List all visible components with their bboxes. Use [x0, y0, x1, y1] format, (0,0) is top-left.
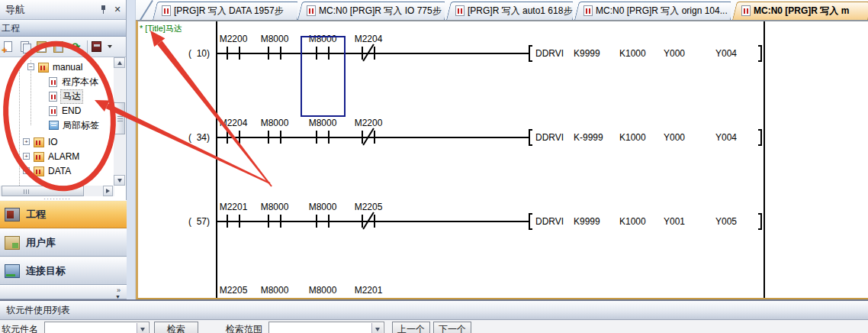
contact-no[interactable]: M8000 [252, 285, 297, 299]
contact-nc[interactable]: M2205 [346, 202, 391, 229]
copy-icon[interactable] [18, 40, 33, 54]
scroll-thumb[interactable] [114, 102, 125, 134]
rung-step-number: ( 57) [161, 216, 210, 227]
program-folder-icon [38, 63, 49, 73]
ladder-program-icon [162, 5, 171, 16]
combo-dropdown-icon[interactable] [137, 323, 148, 333]
ladder-editor[interactable]: * [Title]马达 ( 10) M2200 M8000 M8000 M220… [136, 20, 868, 299]
ladder-doc-icon [49, 106, 57, 116]
scroll-up-button[interactable] [114, 57, 125, 68]
contact-no[interactable]: M8000 [300, 118, 346, 145]
program-folder-icon [34, 137, 44, 147]
new-item-icon[interactable]: ✚ [2, 40, 16, 54]
contact-no[interactable]: M2205 [211, 285, 256, 299]
scroll-down-button[interactable] [114, 175, 125, 186]
panel-splitter[interactable] [127, 0, 136, 299]
ladder-program-icon [741, 5, 751, 16]
connection-destination-button[interactable]: 连接目标 [0, 257, 127, 285]
project-view-button[interactable]: 工程 [0, 200, 127, 228]
ladder-program-icon [583, 5, 593, 16]
instruction-close-bracket [758, 129, 762, 146]
expand-box[interactable]: + [23, 167, 30, 174]
previous-button[interactable]: 上一个(N) [392, 322, 430, 333]
ladder-program-icon [455, 5, 465, 16]
tab-prg-data[interactable]: [PRG]R 写入 DATA 1957步 [153, 2, 297, 20]
expand-box[interactable]: + [23, 138, 30, 145]
gx-works2-window: 导航 ✕ 工程 ✚ ⟳ manual − 程序本体 [0, 0, 868, 333]
paste-special-icon[interactable] [52, 40, 66, 54]
ladder-doc-icon [49, 77, 57, 87]
pin-icon[interactable] [99, 5, 108, 15]
instruction-mnemonic[interactable]: DDRVI [535, 216, 564, 227]
find-range-combo[interactable] [268, 322, 384, 333]
program-folder-icon [34, 166, 44, 176]
navigation-toolbar: ✚ ⟳ [0, 37, 126, 57]
toolbar-separator [87, 40, 88, 53]
left-power-rail [216, 21, 217, 298]
project-icon [5, 208, 20, 221]
ladder-doc-icon [49, 92, 57, 102]
contact-no[interactable]: M8000 [300, 202, 346, 229]
nc-slash [362, 44, 374, 61]
contact-no[interactable]: M2200 [211, 34, 256, 61]
navigation-panel: 导航 ✕ 工程 ✚ ⟳ manual − 程序本体 [0, 0, 127, 299]
ladder-program-icon [307, 5, 316, 16]
contact-no[interactable]: M8000 [252, 34, 297, 61]
scroll-right-button[interactable] [103, 186, 113, 196]
contact-no[interactable]: M2204 [211, 118, 256, 145]
contact-nc[interactable]: M2204 [346, 34, 391, 61]
triangle-down-icon [117, 179, 122, 183]
device-name-combo[interactable] [44, 322, 149, 333]
find-range-label: 检索范围 [226, 323, 262, 333]
paste-icon[interactable] [35, 40, 50, 54]
combo-dropdown-icon[interactable] [371, 323, 383, 333]
device-usage-list-titlebar[interactable]: 软元件使用列表 [0, 299, 868, 320]
label-icon [49, 121, 59, 130]
instruction-mnemonic[interactable]: DDRVI [535, 132, 564, 143]
tab-prg-auto1[interactable]: [PRG]R 写入 auto1 618步 [446, 2, 573, 20]
tree-item-io[interactable]: IO [34, 135, 59, 149]
view-selector-overflow-bar[interactable]: » ▼ [0, 285, 127, 299]
instruction-mnemonic[interactable]: DDRVI [535, 48, 564, 59]
collapse-box[interactable]: − [27, 63, 34, 70]
user-library-icon [5, 236, 20, 250]
tree-item-alarm[interactable]: ALARM [34, 150, 81, 163]
expand-box[interactable]: + [23, 153, 30, 160]
user-library-button[interactable]: 用户库 [0, 228, 127, 257]
rung-step-number: ( 10) [161, 48, 210, 59]
project-tree: manual − 程序本体 马达 END 局部标签 IO [0, 57, 126, 186]
tab-prg-io[interactable]: MC:N0 [PRG]R 写入 IO 775步 [297, 2, 445, 20]
document-tabbar: [PRG]R 写入 DATA 1957步 MC:N0 [PRG]R 写入 IO … [136, 0, 868, 20]
nc-slash [362, 128, 374, 145]
close-icon[interactable]: ✕ [112, 5, 123, 15]
tree-item-end[interactable]: END [49, 104, 82, 118]
tab-prg-orign[interactable]: MC:N0 [PRG]R 写入 orign 104... [574, 2, 731, 20]
tree-item-local-label[interactable]: 局部标签 [49, 118, 101, 132]
device-name-label: 软元件名 [2, 323, 38, 333]
contact-no[interactable]: M2201 [211, 202, 256, 229]
edit-cursor-box[interactable] [301, 36, 346, 117]
contact-no[interactable]: M8000 [252, 118, 297, 145]
sort-refresh-icon[interactable]: ⟳ [69, 40, 83, 54]
instruction-close-bracket [758, 213, 762, 230]
find-button[interactable]: 检索 [154, 322, 198, 333]
tree-item-motor[interactable]: 马达 [49, 89, 83, 103]
tree-item-manual[interactable]: manual [38, 60, 84, 74]
scroll-thumb[interactable] [2, 186, 84, 196]
parameter-dropdown-icon[interactable] [91, 40, 112, 54]
triangle-up-icon [117, 61, 122, 65]
tree-guide-line [19, 60, 20, 186]
next-button[interactable]: 下一个(N) [433, 322, 471, 333]
navigation-title: 导航 [5, 3, 99, 17]
connection-icon [5, 264, 20, 278]
contact-no[interactable]: M8000 [300, 285, 346, 299]
contact-nc[interactable]: M2200 [346, 118, 391, 145]
contact-no[interactable]: M2201 [346, 285, 391, 299]
tree-item-program-body[interactable]: 程序本体 [49, 75, 100, 89]
contact-no[interactable]: M8000 [252, 202, 297, 229]
tree-vertical-scrollbar[interactable] [114, 57, 125, 186]
program-folder-icon [34, 152, 44, 162]
tab-prg-motor-active[interactable]: MC:N0 [PRG]R 写入 m [732, 2, 868, 20]
triangle-right-icon [106, 189, 110, 193]
tree-item-data[interactable]: DATA [34, 164, 72, 178]
